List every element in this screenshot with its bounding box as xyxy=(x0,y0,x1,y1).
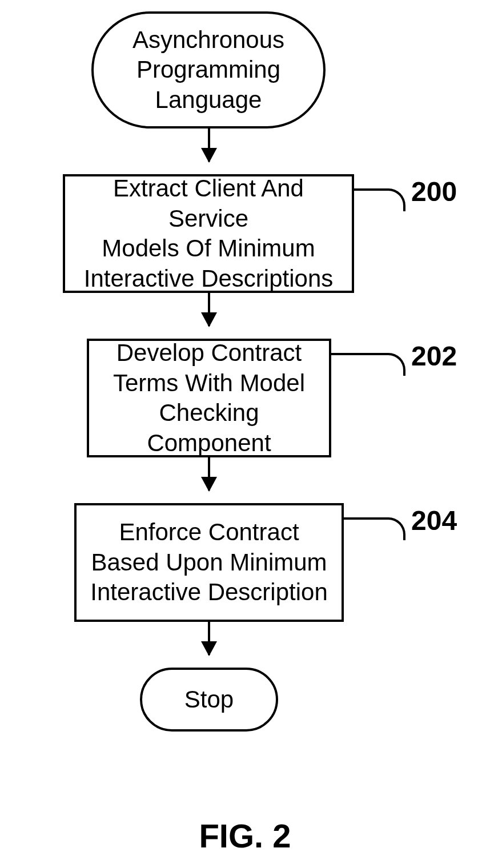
process-enforce-contract: Enforce ContractBased Upon MinimumIntera… xyxy=(74,503,344,622)
terminator-stop: Stop xyxy=(140,668,278,732)
terminator-start: AsynchronousProgrammingLanguage xyxy=(91,11,326,128)
leader-204 xyxy=(344,517,405,540)
terminator-start-text: AsynchronousProgrammingLanguage xyxy=(132,25,284,115)
arrow-3 xyxy=(208,457,210,491)
process-enforce-contract-text: Enforce ContractBased Upon MinimumIntera… xyxy=(90,517,328,608)
leader-200 xyxy=(354,188,405,211)
arrow-4 xyxy=(208,622,210,655)
terminator-stop-text: Stop xyxy=(184,685,234,715)
process-develop-contract-text: Develop ContractTerms With ModelChecking… xyxy=(101,338,318,458)
process-extract-models: Extract Client And ServiceModels Of Mini… xyxy=(63,174,354,293)
leader-202 xyxy=(331,353,405,376)
ref-label-202: 202 xyxy=(411,340,457,372)
process-extract-models-text: Extract Client And ServiceModels Of Mini… xyxy=(77,174,340,294)
arrow-2 xyxy=(208,293,210,326)
process-develop-contract: Develop ContractTerms With ModelChecking… xyxy=(87,339,331,457)
figure-caption: FIG. 2 xyxy=(0,817,490,855)
ref-label-200: 200 xyxy=(411,176,457,207)
arrow-1 xyxy=(208,128,210,162)
ref-label-204: 204 xyxy=(411,505,457,536)
